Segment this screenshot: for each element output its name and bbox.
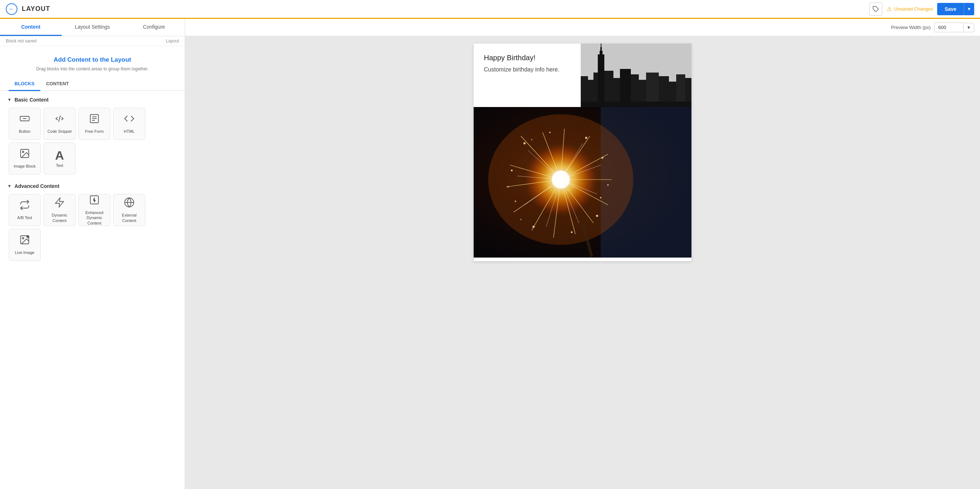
sparkler-image (474, 107, 692, 257)
advanced-content-header[interactable]: ▼ Advanced Content (7, 183, 178, 189)
preview-subtitle-text: Customize birthday info here. (484, 67, 573, 73)
ab-test-label: A/B Test (18, 215, 32, 220)
left-panel: Content Layout Settings Configure Block … (0, 19, 185, 489)
preview-area: Happy Birthday! Customize birthday info … (185, 36, 980, 489)
button-icon (19, 113, 30, 127)
top-bar: ← LAYOUT ⚠ Unsaved Changes Save ▼ (0, 0, 980, 19)
svg-point-78 (600, 197, 601, 198)
block-free-form[interactable]: Free Form (78, 108, 110, 140)
block-html[interactable]: HTML (113, 108, 145, 140)
dynamic-content-icon (54, 197, 65, 210)
block-external-content[interactable]: External Content (113, 194, 145, 226)
main-layout: Content Layout Settings Configure Block … (0, 19, 980, 489)
image-block-icon (19, 148, 30, 162)
advanced-content-section: ▼ Advanced Content A/B T (0, 178, 185, 264)
svg-rect-28 (620, 69, 631, 107)
text-label: Text (56, 163, 63, 168)
ab-test-icon (19, 200, 30, 213)
text-icon: A (55, 149, 64, 162)
free-form-icon (89, 113, 100, 127)
basic-content-section: ▼ Basic Content Button (0, 91, 185, 178)
svg-marker-11 (94, 198, 95, 202)
button-label: Button (19, 129, 30, 134)
block-dynamic-content[interactable]: Dynamic Content (43, 194, 75, 226)
chevron-down-icon: ▼ (7, 97, 12, 102)
basic-content-grid: Button Code Snippet (7, 108, 178, 175)
preview-width-dropdown-button[interactable]: ▼ (963, 23, 974, 32)
preview-width-select: ▼ (934, 22, 974, 32)
block-not-saved-label: Block not saved (6, 38, 37, 43)
block-button[interactable]: Button (9, 108, 41, 140)
tag-icon-button[interactable] (869, 3, 882, 16)
sub-tab-content[interactable]: CONTENT (40, 78, 75, 91)
svg-point-65 (523, 142, 525, 144)
save-button-group: Save ▼ (937, 3, 974, 15)
block-image-block[interactable]: Image Block (9, 143, 41, 175)
tab-content[interactable]: Content (0, 19, 62, 36)
svg-point-69 (571, 232, 573, 233)
unsaved-changes: ⚠ Unsaved Changes (887, 5, 933, 12)
external-content-icon (124, 197, 135, 210)
svg-point-68 (533, 225, 535, 228)
block-text[interactable]: A Text (43, 143, 75, 175)
html-icon (124, 113, 135, 127)
svg-point-16 (27, 235, 29, 238)
svg-point-64 (557, 175, 565, 184)
block-live-image[interactable]: Live Image (9, 229, 41, 261)
svg-rect-25 (601, 43, 601, 48)
dynamic-content-label: Dynamic Content (45, 213, 74, 223)
preview-content: Happy Birthday! Customize birthday info … (474, 43, 692, 261)
back-button[interactable]: ← (6, 3, 18, 15)
svg-rect-22 (598, 54, 605, 107)
block-code-snippet[interactable]: Code Snippet (43, 108, 75, 140)
save-button[interactable]: Save (937, 3, 964, 15)
enhanced-dynamic-icon (89, 194, 100, 208)
block-ab-test[interactable]: A/B Test (9, 194, 41, 226)
tab-configure[interactable]: Configure (123, 19, 185, 36)
html-label: HTML (124, 129, 135, 134)
top-bar-right: ⚠ Unsaved Changes Save ▼ (869, 3, 974, 16)
preview-width-label: Preview Width (px) (891, 25, 931, 30)
svg-point-71 (607, 184, 609, 186)
enhanced-dynamic-label: Enhanced Dynamic Content (80, 210, 108, 225)
save-dropdown-button[interactable]: ▼ (964, 3, 974, 15)
svg-point-74 (549, 132, 550, 133)
advanced-content-grid: A/B Test Dynamic Content (7, 194, 178, 261)
external-content-label: External Content (115, 213, 143, 223)
sub-tabs: BLOCKS CONTENT (0, 78, 185, 91)
svg-point-75 (531, 139, 533, 140)
basic-content-label: Basic Content (14, 97, 49, 103)
right-panel: Preview Width (px) ▼ Happy Birthday! Cus… (185, 19, 980, 489)
tab-layout-settings[interactable]: Layout Settings (62, 19, 123, 36)
live-image-icon (19, 234, 30, 248)
svg-point-70 (596, 215, 598, 217)
preview-top-left: Happy Birthday! Customize birthday info … (474, 43, 581, 107)
preview-toolbar: Preview Width (px) ▼ (185, 19, 980, 36)
cityscape-image (581, 43, 692, 107)
top-bar-left: ← LAYOUT (6, 3, 50, 15)
main-tabs: Content Layout Settings Configure (0, 19, 185, 36)
preview-top-right (581, 43, 692, 107)
basic-content-header[interactable]: ▼ Basic Content (7, 97, 178, 103)
live-image-label: Live Image (15, 250, 35, 255)
preview-width-input[interactable] (934, 22, 963, 32)
svg-point-67 (515, 201, 516, 202)
breadcrumb: Layout (166, 38, 179, 43)
svg-point-8 (22, 151, 24, 153)
svg-rect-36 (581, 102, 692, 107)
add-content-header: Add Content to the Layout Drag blocks in… (0, 46, 185, 78)
chevron-down-icon-advanced: ▼ (7, 184, 12, 189)
preview-birthday-text: Happy Birthday! (484, 54, 573, 62)
svg-point-72 (602, 157, 604, 159)
svg-point-15 (22, 238, 24, 239)
panel-body: Add Content to the Layout Drag blocks in… (0, 46, 185, 489)
svg-marker-9 (56, 198, 64, 207)
svg-point-76 (508, 186, 509, 187)
block-enhanced-dynamic[interactable]: Enhanced Dynamic Content (78, 194, 110, 226)
sub-tab-blocks[interactable]: BLOCKS (9, 78, 40, 91)
svg-rect-23 (600, 51, 603, 56)
add-content-subtitle: Drag blocks into the content areas to gr… (9, 67, 176, 71)
app-title: LAYOUT (22, 5, 50, 13)
advanced-content-label: Advanced Content (14, 183, 59, 189)
code-snippet-icon (54, 113, 65, 127)
